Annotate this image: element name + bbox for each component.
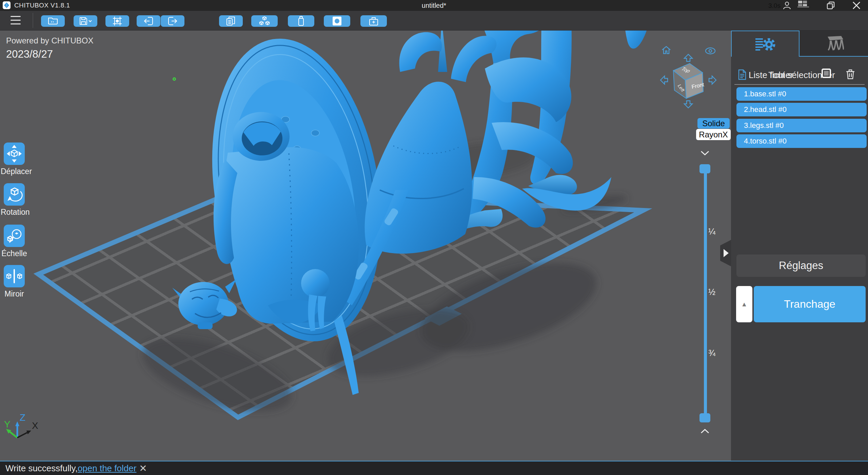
move-icon[interactable] — [4, 142, 25, 165]
tool-move-label: Déplacer — [1, 167, 28, 176]
file-list-icon — [738, 69, 747, 80]
tool-mirror[interactable]: Miroir — [1, 265, 28, 299]
axes-gizmo: Z Y X — [3, 411, 43, 449]
panel-tabs — [731, 31, 868, 57]
build-plate — [0, 31, 731, 461]
tab-file-list[interactable] — [731, 31, 800, 57]
status-message: Write successfully, — [5, 463, 78, 474]
open-file-button[interactable] — [41, 15, 65, 27]
main-toolbar — [0, 11, 868, 31]
file-item-head[interactable]: 2.head.stl #0 — [736, 103, 867, 116]
document-title: untitled* — [422, 2, 446, 10]
origin-marker-icon — [173, 77, 176, 81]
auto-layout-button[interactable] — [251, 15, 278, 27]
open-folder-link[interactable]: open the folder — [78, 463, 136, 474]
undo-button[interactable] — [137, 15, 160, 27]
slider-mark-quarter: ¼ — [708, 227, 715, 236]
slice-button[interactable]: Tranchage — [754, 286, 866, 322]
tool-rotate-label: Rotation — [1, 208, 28, 217]
date-label: 2023/8/27 — [6, 48, 53, 60]
render-time-label: 3.0s — [768, 2, 781, 10]
file-list-settings-icon — [754, 36, 776, 52]
user-account-icon[interactable] — [783, 1, 791, 11]
arrow-right-icon — [724, 249, 729, 257]
delete-trash-icon[interactable] — [846, 69, 855, 79]
rotate-icon[interactable] — [4, 183, 25, 206]
tool-scale-label: Échelle — [1, 249, 28, 258]
perspective-eye-icon[interactable] — [705, 47, 716, 56]
hollow-button[interactable] — [324, 15, 350, 27]
panel-expand-handle[interactable] — [720, 240, 731, 267]
tool-mirror-label: Miroir — [1, 289, 28, 299]
tool-move[interactable]: Déplacer — [1, 142, 28, 176]
toolbox-add-button[interactable] — [360, 15, 387, 27]
home-view-icon[interactable] — [661, 45, 671, 56]
file-list-header: Liste fichier Tout sélectionner — [731, 67, 868, 83]
resin-vat-button[interactable] — [288, 15, 314, 27]
menu-icon[interactable] — [11, 16, 21, 25]
app-title: CHITUBOX V1.8.1 — [14, 2, 70, 9]
status-bar: Write successfully, open the folder ✕ — [0, 461, 868, 475]
clip-slider-bottom-handle[interactable] — [699, 413, 710, 422]
slider-mark-three-quarter: ¾ — [708, 348, 715, 358]
chevron-down-icon[interactable] — [700, 150, 710, 156]
redo-button[interactable] — [161, 15, 184, 27]
axis-z-label: Z — [20, 412, 25, 423]
axis-x-label: X — [32, 420, 38, 431]
powered-by-label: Powered by CHITUBOX — [6, 36, 93, 45]
clip-slider-top-handle[interactable] — [699, 164, 710, 173]
3d-viewport[interactable]: Powered by CHITUBOX 2023/8/27 Déplacer R… — [0, 31, 731, 461]
copy-button[interactable] — [219, 15, 243, 27]
status-close-icon[interactable]: ✕ — [139, 463, 147, 474]
close-window-icon[interactable] — [852, 1, 861, 11]
settings-button[interactable]: Réglages — [736, 254, 866, 277]
chevron-up-icon[interactable] — [700, 428, 710, 434]
save-button[interactable] — [74, 15, 97, 27]
mirror-icon[interactable] — [4, 265, 25, 287]
clip-slider-track[interactable] — [704, 169, 707, 422]
right-panel: Liste fichier Tout sélectionner 1.base.s… — [731, 31, 868, 461]
rotate-left-icon[interactable] — [660, 75, 669, 87]
app-logo-icon — [3, 1, 11, 9]
supports-icon — [824, 35, 844, 52]
slider-mark-half: ½ — [708, 287, 715, 297]
display-panels-icon[interactable] — [797, 0, 809, 9]
tab-supports[interactable] — [800, 31, 868, 57]
file-item-legs[interactable]: 3.legs.stl #0 — [736, 119, 867, 132]
view-cube[interactable]: Top Left Front — [669, 62, 709, 102]
title-bar: CHITUBOX V1.8.1 untitled* 3.0s — [0, 0, 868, 11]
file-list-divider — [734, 84, 865, 85]
capture-button[interactable] — [105, 15, 129, 27]
select-all-checkbox[interactable] — [822, 69, 831, 78]
tool-rotate[interactable]: Rotation — [1, 183, 28, 217]
file-item-base[interactable]: 1.base.stl #0 — [736, 87, 867, 101]
view-mode-xray-button[interactable]: RayonX — [696, 129, 731, 140]
axis-y-label: Y — [4, 419, 11, 430]
scale-icon[interactable] — [4, 225, 25, 247]
view-mode-solid-button[interactable]: Solide — [697, 118, 730, 129]
slice-expand-button[interactable]: ▲ — [736, 286, 752, 322]
restore-window-icon[interactable] — [826, 1, 835, 11]
file-item-torso[interactable]: 4.torso.stl #0 — [736, 134, 867, 148]
toolbar-separator — [33, 13, 33, 28]
tool-scale[interactable]: Échelle — [1, 225, 28, 258]
